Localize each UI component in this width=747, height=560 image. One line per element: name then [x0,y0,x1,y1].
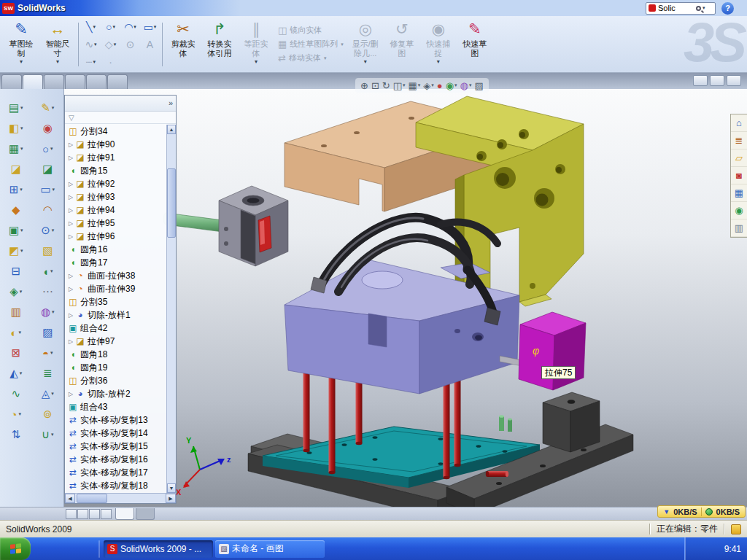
left-toolbar-button[interactable]: ◆ [12,200,20,220]
tab-nav-arrow-icon[interactable] [77,509,88,519]
toolbar-icon[interactable] [215,1,230,15]
left-toolbar-button[interactable]: ▨ [42,322,53,343]
expand-arrow-icon[interactable]: ▷ [67,391,74,397]
task-pane-tab[interactable]: ◙ [731,167,747,184]
flyout-arrow-icon[interactable]: ▾ [20,289,23,295]
left-toolbar-button[interactable]: ◧ ▾ [9,118,23,139]
command-tab[interactable] [23,74,43,89]
left-toolbar-button[interactable]: ◈ ▾ [9,281,22,302]
toolbar-icon[interactable] [200,1,214,15]
toolbar-icon[interactable] [185,1,199,15]
chevron-down-icon[interactable]: ▾ [437,58,440,65]
chevron-down-icon[interactable]: ▾ [403,82,406,88]
flyout-arrow-icon[interactable]: ▾ [53,187,55,192]
expand-arrow-icon[interactable]: ▷ [67,286,74,292]
sketch-entity-button[interactable]: ∿ ▾ [81,36,101,53]
sketch-entity-button[interactable]: · [101,53,120,71]
left-toolbar-button[interactable]: ◓ ▾ [42,343,53,363]
command-button-small[interactable]: ⇄ 移动实体 ▾ [278,52,344,63]
left-toolbar-button[interactable]: ⋯ [42,281,53,302]
quick-launch-icon[interactable] [34,542,47,556]
task-pane-tab[interactable]: ▦ [731,184,747,202]
toolbar-icon[interactable] [231,1,245,15]
scroll-down-icon[interactable]: ▼ [167,483,176,493]
task-pane-tab[interactable]: ≣ [731,132,747,149]
expand-arrow-icon[interactable]: ▷ [67,273,74,279]
left-toolbar-button[interactable]: ◐ ▾ [10,322,21,343]
view-tool-button[interactable]: ⊕ [360,80,368,91]
feature-tree-item[interactable]: ◫ 分割36 [65,374,166,387]
feature-tree-item[interactable]: ▷ ◪ 拉伸97 [65,335,166,348]
task-pane-tab[interactable]: ▥ [731,219,747,237]
filter-icon[interactable]: ▽ [69,114,74,122]
left-toolbar-button[interactable]: ▭ ▾ [40,179,55,200]
left-toolbar-button[interactable]: ⇅ [11,424,20,445]
feature-tree-item[interactable]: ▷ ◪ 拉伸94 [65,203,166,217]
expand-arrow-icon[interactable]: ▷ [67,312,74,319]
flyout-arrow-icon[interactable]: ▾ [19,330,22,335]
sketch-entity-button[interactable]: ┄ ▾ [81,53,101,71]
command-tab[interactable] [65,74,85,89]
feature-tree-item[interactable]: ⇄ 实体-移动/复制17 [65,466,166,479]
feature-tree-item[interactable]: ⇄ 实体-移动/复制14 [65,427,166,440]
task-pane-tab[interactable]: ◉ [731,202,747,219]
feature-tree-item[interactable]: ▷ ◪ 拉伸95 [65,217,166,230]
left-toolbar-button[interactable]: ⊙ ▾ [41,220,54,241]
expand-arrow-icon[interactable]: ▷ [67,220,74,227]
left-toolbar-button[interactable]: ✎ ▾ [41,98,54,118]
left-toolbar-button[interactable]: ◪ [11,159,21,179]
feature-tree-item[interactable]: ◖ 圆角17 [65,256,166,269]
chevron-down-icon[interactable]: ▾ [94,42,97,47]
tab-nav-arrow-icon[interactable] [66,509,77,519]
flyout-arrow-icon[interactable]: ▾ [20,187,23,192]
flyout-arrow-icon[interactable]: ▾ [20,125,23,131]
command-button[interactable]: ◉ 快速捕 捉 ▾ [420,18,457,71]
left-toolbar-button[interactable]: ◖ ▾ [42,261,53,281]
view-tool-button[interactable]: ↻ [382,80,390,91]
scroll-up-icon[interactable]: ▲ [167,125,176,134]
flyout-arrow-icon[interactable]: ▾ [20,370,23,376]
feature-tree-item[interactable]: ▷ ◔ 曲面-拉伸38 [65,269,166,282]
feature-tree-item[interactable]: ◖ 圆角19 [65,361,166,374]
tree-filter-row[interactable]: ▽ [65,112,176,124]
command-tab[interactable] [107,74,128,89]
expand-arrow-icon[interactable]: ▷ [67,155,74,161]
sketch-entity-button[interactable]: ○ ▾ [101,18,120,36]
view-tool-button[interactable]: ◍ ▾ [460,80,472,91]
feature-tree-item[interactable]: ⇄ 实体-移动/复制15 [65,440,166,453]
tree-vertical-scrollbar[interactable]: ▲ ▼ [166,125,176,493]
sketch-entity-button[interactable]: ◠ ▾ [120,18,140,36]
view-tool-button[interactable]: ▦ ▾ [409,80,421,91]
left-toolbar-button[interactable]: ◠ [43,200,53,220]
command-button-small[interactable]: ◫ 镜向实体 [278,25,344,36]
expand-arrow-icon[interactable]: ▷ [67,194,74,201]
flyout-arrow-icon[interactable]: ▾ [19,411,22,417]
view-tool-button[interactable]: ⊡ [371,80,379,91]
feature-tree-item[interactable]: ▷ ◪ 拉伸90 [65,138,166,151]
left-toolbar-button[interactable]: ◉ [43,118,53,139]
left-toolbar-button[interactable]: ▣ ▾ [9,220,23,241]
task-button[interactable]: ▨ 未命名 - 画图 [215,540,325,558]
sketch-entity-button[interactable]: ╲ ▾ [81,18,101,36]
left-toolbar-button[interactable]: ◍ ▾ [41,302,55,322]
toolbar-icon[interactable] [169,1,184,15]
chevron-down-icon[interactable]: ▾ [255,58,258,65]
feature-tree-item[interactable]: ◖ 圆角16 [65,243,166,256]
scroll-left-icon[interactable]: ◀ [65,494,75,503]
chevron-down-icon[interactable]: ▾ [418,82,421,88]
feature-tree-item[interactable]: ▷ ◔ 曲面-拉伸39 [65,282,166,295]
chevron-down-icon[interactable]: ▾ [341,42,344,47]
model-part-corner-block[interactable] [543,392,600,452]
chevron-down-icon[interactable]: ▾ [112,24,115,30]
document-tab[interactable] [136,508,155,520]
search-box[interactable]: ▾ [646,2,716,15]
task-pane-tab[interactable]: ⌂ [731,114,747,132]
tab-nav-arrow-icon[interactable] [101,509,112,519]
feature-tree-item[interactable]: ▷ ◪ 拉伸96 [65,230,166,243]
left-toolbar-button[interactable]: ≣ [43,363,53,384]
command-button[interactable]: ↺ 修复草 图 [384,18,420,71]
feature-tree-item[interactable]: ▷ ◪ 拉伸91 [65,151,166,164]
chevron-down-icon[interactable]: ▾ [93,24,96,30]
feature-tree-item[interactable]: ▷ ◕ 切除-放样1 [65,308,166,322]
chevron-down-icon[interactable]: ▾ [93,59,96,65]
